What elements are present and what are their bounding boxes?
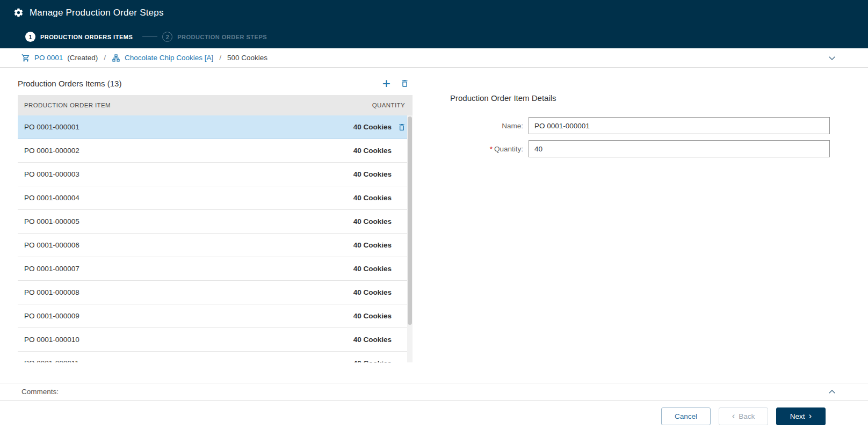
chevron-right-icon: ›	[809, 411, 812, 420]
table-row[interactable]: PO 0001-000010 40 Cookies	[18, 328, 413, 352]
table-row[interactable]: PO 0001-000011 40 Cookies	[18, 352, 413, 362]
breadcrumb-quantity: 500 Cookies	[227, 54, 267, 62]
row-item-name: PO 0001-000006	[24, 241, 79, 249]
column-header-item: PRODUCTION ORDER ITEM	[24, 102, 111, 108]
row-item-name: PO 0001-000001	[24, 123, 79, 131]
row-quantity: 40 Cookies	[353, 359, 392, 362]
table-row[interactable]: PO 0001-000007 40 Cookies	[18, 257, 413, 281]
items-table-body: PO 0001-000001 40 Cookies PO 0001-000002…	[18, 115, 413, 362]
quantity-field-row: *Quantity:	[450, 140, 830, 157]
table-row[interactable]: PO 0001-000003 40 Cookies	[18, 163, 413, 186]
row-quantity-cell: 40 Cookies	[353, 312, 406, 321]
row-quantity-cell: 40 Cookies	[353, 265, 406, 273]
row-quantity-cell: 40 Cookies	[353, 194, 406, 202]
hierarchy-icon	[112, 54, 120, 62]
row-quantity-cell: 40 Cookies	[353, 217, 406, 226]
items-panel-actions: +	[382, 78, 413, 88]
quantity-field-label: *Quantity:	[450, 145, 529, 153]
required-marker: *	[490, 145, 493, 153]
row-item-name: PO 0001-000007	[24, 265, 79, 273]
name-field[interactable]	[529, 117, 830, 134]
comments-label: Comments:	[21, 388, 59, 396]
quantity-field[interactable]	[529, 140, 830, 157]
row-item-name: PO 0001-000003	[24, 170, 79, 178]
row-quantity-cell: 40 Cookies	[353, 170, 406, 179]
step-2-circle: 2	[162, 32, 172, 42]
step-2-label: PRODUCTION ORDER STEPS	[177, 34, 267, 40]
row-quantity: 40 Cookies	[353, 288, 392, 296]
table-row[interactable]: PO 0001-000009 40 Cookies	[18, 304, 413, 328]
table-scrollbar-thumb[interactable]	[408, 117, 412, 325]
footer-action-bar: Cancel ‹ Back Next ›	[0, 401, 868, 425]
main-content: Production Orders Items (13) + PRODUCTIO…	[0, 68, 868, 383]
breadcrumb-separator: /	[219, 54, 221, 62]
row-item-name: PO 0001-000008	[24, 288, 79, 296]
page-title: Manage Production Order Steps	[30, 8, 164, 18]
cart-icon	[21, 54, 30, 62]
breadcrumb: PO 0001 (Created) / Chocolate Chip Cooki…	[0, 48, 868, 68]
delete-items-icon[interactable]	[400, 79, 409, 88]
chevron-down-icon[interactable]	[827, 53, 837, 63]
table-row[interactable]: PO 0001-000001 40 Cookies	[18, 115, 413, 139]
table-row[interactable]: PO 0001-000006 40 Cookies	[18, 234, 413, 257]
table-row[interactable]: PO 0001-000004 40 Cookies	[18, 186, 413, 210]
row-quantity: 40 Cookies	[353, 265, 392, 273]
row-quantity-cell: 40 Cookies	[353, 359, 406, 363]
chevron-left-icon: ‹	[732, 411, 735, 420]
row-quantity-cell: 40 Cookies	[353, 123, 406, 132]
row-quantity: 40 Cookies	[353, 217, 392, 225]
row-item-name: PO 0001-000005	[24, 217, 79, 225]
breadcrumb-product-link[interactable]: Chocolate Chip Cookies [A]	[125, 54, 213, 62]
items-table: PRODUCTION ORDER ITEM QUANTITY PO 0001-0…	[18, 95, 413, 362]
production-order-item-details-panel: Production Order Item Details Name: *Qua…	[450, 93, 830, 163]
table-scrollbar[interactable]	[407, 115, 413, 362]
row-trash-icon[interactable]	[397, 123, 406, 132]
row-quantity-cell: 40 Cookies	[353, 147, 406, 155]
wizard-step-production-orders-items[interactable]: 1 PRODUCTION ORDERS ITEMS	[25, 32, 133, 42]
row-quantity-cell: 40 Cookies	[353, 288, 406, 297]
add-item-icon[interactable]: +	[382, 78, 390, 88]
name-field-label: Name:	[450, 122, 529, 130]
manage-production-order-steps-dialog: Manage Production Order Steps 1 PRODUCTI…	[0, 0, 868, 444]
table-row[interactable]: PO 0001-000002 40 Cookies	[18, 139, 413, 163]
row-quantity: 40 Cookies	[353, 123, 392, 131]
row-item-name: PO 0001-000002	[24, 147, 79, 155]
row-quantity: 40 Cookies	[353, 241, 392, 249]
row-quantity-cell: 40 Cookies	[353, 336, 406, 344]
row-quantity: 40 Cookies	[353, 170, 392, 178]
production-orders-items-panel: Production Orders Items (13) + PRODUCTIO…	[18, 78, 413, 362]
row-quantity: 40 Cookies	[353, 194, 392, 202]
column-header-quantity: QUANTITY	[372, 102, 405, 108]
back-button[interactable]: ‹ Back	[719, 407, 768, 425]
row-quantity-cell: 40 Cookies	[353, 241, 406, 250]
wizard-steps: 1 PRODUCTION ORDERS ITEMS 2 PRODUCTION O…	[0, 25, 868, 48]
name-field-row: Name:	[450, 117, 830, 134]
step-1-circle: 1	[25, 32, 35, 42]
comments-section[interactable]: Comments:	[0, 383, 868, 401]
details-panel-title: Production Order Item Details	[450, 93, 830, 103]
row-quantity: 40 Cookies	[353, 312, 392, 320]
row-item-name: PO 0001-000009	[24, 312, 79, 320]
step-connector-line	[142, 37, 157, 37]
title-bar: Manage Production Order Steps	[0, 0, 868, 25]
cancel-button[interactable]: Cancel	[661, 407, 711, 425]
row-quantity: 40 Cookies	[353, 147, 392, 155]
chevron-up-icon[interactable]	[827, 387, 837, 397]
row-item-name: PO 0001-000010	[24, 336, 79, 344]
table-row[interactable]: PO 0001-000005 40 Cookies	[18, 210, 413, 234]
next-button[interactable]: Next ›	[776, 407, 826, 425]
wizard-step-production-order-steps: 2 PRODUCTION ORDER STEPS	[162, 32, 267, 42]
row-item-name: PO 0001-000004	[24, 194, 79, 202]
row-quantity: 40 Cookies	[353, 336, 392, 344]
breadcrumb-separator: /	[104, 54, 106, 62]
gear-icon	[13, 8, 24, 18]
row-item-name: PO 0001-000011	[24, 359, 79, 362]
breadcrumb-order-status: (Created)	[67, 54, 98, 62]
table-row[interactable]: PO 0001-000008 40 Cookies	[18, 281, 413, 304]
breadcrumb-order-link[interactable]: PO 0001	[34, 54, 63, 62]
items-panel-title: Production Orders Items (13)	[18, 79, 121, 88]
step-1-label: PRODUCTION ORDERS ITEMS	[40, 34, 133, 40]
items-table-header: PRODUCTION ORDER ITEM QUANTITY	[18, 95, 413, 115]
items-panel-header: Production Orders Items (13) +	[18, 78, 413, 88]
